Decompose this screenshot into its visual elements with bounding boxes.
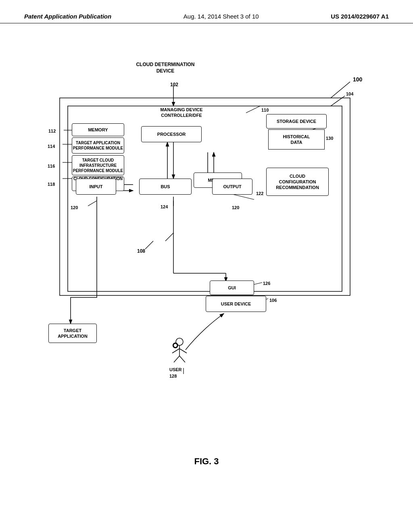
svg-line-14 [246,106,260,113]
header-left: Patent Application Publication [24,13,111,20]
cloud-determination-label: CLOUD DETERMINATION DEVICE [125,62,206,74]
target-cloud-infra-box: TARGET CLOUD INFRASTRUCTURE PERFORMANCE … [72,155,124,175]
user-device-box: USER DEVICE [206,296,266,312]
ref-126: 126 [263,281,270,286]
svg-line-38 [179,356,185,362]
svg-line-37 [174,356,179,362]
header: Patent Application Publication Aug. 14, … [0,0,413,23]
ref-118: 118 [48,181,55,187]
svg-line-30 [88,201,97,206]
svg-point-33 [176,338,183,345]
ref-108: 108 [137,248,145,255]
ref-104: 104 [346,91,353,97]
gui-box: GUI [210,281,254,295]
ref-110: 110 [261,107,269,113]
user-label: USER [169,367,182,372]
cloud-config-rec-box: CLOUD CONFIGURATION RECOMMENDATION [266,168,329,196]
svg-line-13 [331,96,345,106]
input-box: INPUT [76,179,116,195]
ref-102: 102 [170,82,178,88]
ref-100: 100 [353,76,362,83]
header-right: US 2014/0229607 A1 [331,13,389,20]
ref-116: 116 [48,163,55,169]
target-app-perf-box: TARGET APPLICATION PERFORMANCE MODULE [72,137,124,154]
svg-line-25 [145,241,153,249]
header-center: Aug. 14, 2014 Sheet 3 of 10 [184,13,259,20]
diagram: CLOUD DETERMINATION DEVICE 102 100 MANAG… [0,23,413,499]
svg-line-29 [165,233,173,241]
historical-data-box: HISTORICAL DATA [268,129,325,150]
ref-130: 130 [326,135,333,141]
ref-106: 106 [269,297,277,303]
svg-line-36 [179,349,187,353]
ref-128: 128 [169,373,177,379]
bus-box: BUS [139,179,192,195]
managing-device-label: MANAGING DEVICE CONTROLLER/DFE [141,107,222,118]
fig-caption: FIG. 3 [194,456,219,467]
output-box: OUTPUT [212,179,252,195]
ref-114: 114 [48,143,55,149]
memory-top-box: MEMORY [72,123,124,136]
processor-box: PROCESSOR [141,126,202,142]
storage-device-box: STORAGE DEVICE [266,114,327,129]
target-application-box: TARGET APPLICATION [48,324,97,343]
user-figure [167,337,192,365]
ref-122: 122 [256,191,263,196]
page: Patent Application Publication Aug. 14, … [0,0,413,532]
ref-112: 112 [48,128,56,134]
ref-124: 124 [161,204,168,210]
svg-line-35 [172,349,179,353]
ref-120-right: 120 [232,205,239,210]
ref-120-left: 120 [71,205,78,210]
